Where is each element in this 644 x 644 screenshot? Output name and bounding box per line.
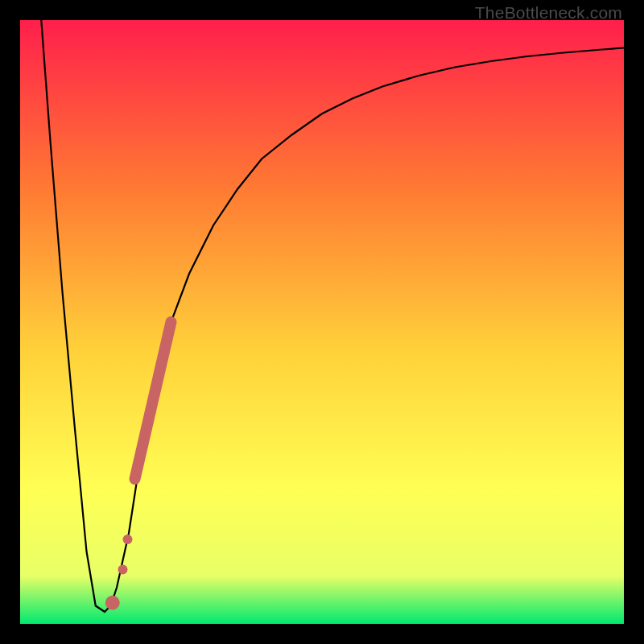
- gradient-background: [20, 20, 624, 624]
- chart-svg: [20, 20, 624, 624]
- dot-3: [105, 596, 120, 610]
- plot-area: [20, 20, 624, 624]
- dot-2: [118, 565, 128, 575]
- dot-1: [123, 535, 133, 544]
- chart-frame: TheBottleneck.com: [0, 0, 644, 644]
- watermark-text: TheBottleneck.com: [475, 3, 622, 23]
